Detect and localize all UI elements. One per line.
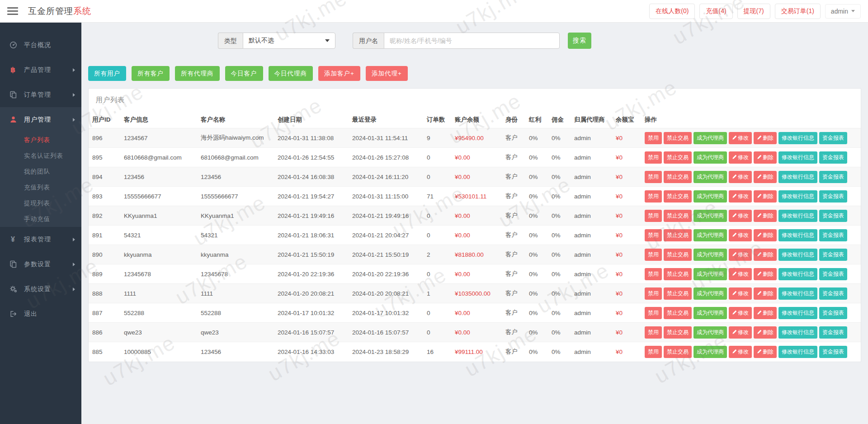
edit-button[interactable]: 修改	[729, 268, 752, 280]
delete-button[interactable]: 删除	[754, 268, 777, 280]
forbid-trade-button[interactable]: 禁止交易	[664, 249, 692, 261]
sidebar-subitem-3-3[interactable]: 充值列表	[0, 179, 81, 195]
edit-bank-button[interactable]: 修改银行信息	[778, 210, 817, 222]
sidebar-subitem-3-1[interactable]: 实名认证列表	[0, 148, 81, 164]
edit-bank-button[interactable]: 修改银行信息	[778, 190, 817, 203]
disable-button[interactable]: 禁用	[645, 171, 662, 183]
edit-bank-button[interactable]: 修改银行信息	[778, 346, 817, 358]
forbid-trade-button[interactable]: 禁止交易	[664, 346, 692, 358]
delete-button[interactable]: 删除	[754, 151, 777, 164]
make-agent-button[interactable]: 成为代理商	[693, 190, 727, 203]
edit-button[interactable]: 修改	[729, 190, 752, 203]
search-button[interactable]: 搜索	[568, 33, 591, 49]
delete-button[interactable]: 删除	[754, 132, 777, 144]
make-agent-button[interactable]: 成为代理商	[693, 249, 727, 261]
delete-button[interactable]: 删除	[754, 229, 777, 241]
sidebar-item-6[interactable]: 系统设置	[0, 277, 81, 302]
forbid-trade-button[interactable]: 禁止交易	[664, 210, 692, 222]
fund-report-button[interactable]: 资金报表	[819, 307, 847, 319]
disable-button[interactable]: 禁用	[645, 210, 662, 222]
fund-report-button[interactable]: 资金报表	[819, 249, 847, 261]
disable-button[interactable]: 禁用	[645, 326, 662, 339]
edit-button[interactable]: 修改	[729, 132, 752, 144]
edit-button[interactable]: 修改	[729, 229, 752, 241]
sidebar-item-7[interactable]: 退出	[0, 302, 81, 326]
recharge-badge[interactable]: 充值(4)	[699, 4, 732, 19]
sidebar-subitem-3-0[interactable]: 客户列表	[0, 132, 81, 148]
delete-button[interactable]: 删除	[754, 210, 777, 222]
delete-button[interactable]: 删除	[754, 287, 777, 300]
make-agent-button[interactable]: 成为代理商	[693, 151, 727, 164]
sidebar-item-5[interactable]: 参数设置	[0, 252, 81, 277]
make-agent-button[interactable]: 成为代理商	[693, 307, 727, 319]
withdraw-badge[interactable]: 提现(7)	[737, 4, 770, 19]
edit-button[interactable]: 修改	[729, 346, 752, 358]
today-agents-button[interactable]: 今日代理商	[269, 66, 313, 81]
sidebar-subitem-3-4[interactable]: 提现列表	[0, 195, 81, 211]
disable-button[interactable]: 禁用	[645, 268, 662, 280]
forbid-trade-button[interactable]: 禁止交易	[664, 190, 692, 203]
sidebar-item-0[interactable]: 平台概况	[0, 33, 81, 57]
type-select[interactable]: 默认不选	[243, 33, 335, 49]
username-input[interactable]	[384, 33, 560, 49]
forbid-trade-button[interactable]: 禁止交易	[664, 151, 692, 164]
sidebar-item-1[interactable]: ฿产品管理	[0, 57, 81, 82]
fund-report-button[interactable]: 资金报表	[819, 190, 847, 203]
disable-button[interactable]: 禁用	[645, 249, 662, 261]
forbid-trade-button[interactable]: 禁止交易	[664, 326, 692, 339]
edit-button[interactable]: 修改	[729, 326, 752, 339]
forbid-trade-button[interactable]: 禁止交易	[664, 171, 692, 183]
add-agent-button[interactable]: 添加代理+	[366, 66, 408, 81]
sidebar-item-2[interactable]: 订单管理	[0, 82, 81, 107]
forbid-trade-button[interactable]: 禁止交易	[664, 307, 692, 319]
all-agents-button[interactable]: 所有代理商	[175, 66, 220, 81]
edit-bank-button[interactable]: 修改银行信息	[778, 229, 817, 241]
edit-button[interactable]: 修改	[729, 151, 752, 164]
fund-report-button[interactable]: 资金报表	[819, 268, 847, 280]
fund-report-button[interactable]: 资金报表	[819, 151, 847, 164]
menu-toggle-icon[interactable]	[7, 5, 18, 17]
fund-report-button[interactable]: 资金报表	[819, 210, 847, 222]
add-customer-button[interactable]: 添加客户+	[318, 66, 360, 81]
edit-bank-button[interactable]: 修改银行信息	[778, 326, 817, 339]
edit-bank-button[interactable]: 修改银行信息	[778, 307, 817, 319]
edit-bank-button[interactable]: 修改银行信息	[778, 151, 817, 164]
sidebar-item-4[interactable]: ¥报表管理	[0, 227, 81, 252]
fund-report-button[interactable]: 资金报表	[819, 326, 847, 339]
make-agent-button[interactable]: 成为代理商	[693, 229, 727, 241]
forbid-trade-button[interactable]: 禁止交易	[664, 268, 692, 280]
delete-button[interactable]: 删除	[754, 346, 777, 358]
edit-button[interactable]: 修改	[729, 171, 752, 183]
delete-button[interactable]: 删除	[754, 326, 777, 339]
fund-report-button[interactable]: 资金报表	[819, 287, 847, 300]
delete-button[interactable]: 删除	[754, 190, 777, 203]
edit-bank-button[interactable]: 修改银行信息	[778, 171, 817, 183]
edit-button[interactable]: 修改	[729, 249, 752, 261]
make-agent-button[interactable]: 成为代理商	[693, 171, 727, 183]
disable-button[interactable]: 禁用	[645, 190, 662, 203]
forbid-trade-button[interactable]: 禁止交易	[664, 229, 692, 241]
disable-button[interactable]: 禁用	[645, 132, 662, 144]
edit-bank-button[interactable]: 修改银行信息	[778, 132, 817, 144]
forbid-trade-button[interactable]: 禁止交易	[664, 132, 692, 144]
forbid-trade-button[interactable]: 禁止交易	[664, 287, 692, 300]
today-customers-button[interactable]: 今日客户	[225, 66, 263, 81]
fund-report-button[interactable]: 资金报表	[819, 346, 847, 358]
fund-report-button[interactable]: 资金报表	[819, 229, 847, 241]
disable-button[interactable]: 禁用	[645, 287, 662, 300]
make-agent-button[interactable]: 成为代理商	[693, 132, 727, 144]
disable-button[interactable]: 禁用	[645, 307, 662, 319]
sidebar-item-3[interactable]: 用户管理	[0, 107, 81, 132]
disable-button[interactable]: 禁用	[645, 346, 662, 358]
disable-button[interactable]: 禁用	[645, 151, 662, 164]
delete-button[interactable]: 删除	[754, 249, 777, 261]
fund-report-button[interactable]: 资金报表	[819, 171, 847, 183]
make-agent-button[interactable]: 成为代理商	[693, 326, 727, 339]
edit-button[interactable]: 修改	[729, 210, 752, 222]
sidebar-subitem-3-2[interactable]: 我的团队	[0, 164, 81, 179]
delete-button[interactable]: 删除	[754, 171, 777, 183]
delete-button[interactable]: 删除	[754, 307, 777, 319]
disable-button[interactable]: 禁用	[645, 229, 662, 241]
all-users-button[interactable]: 所有用户	[88, 66, 126, 81]
trade-orders-badge[interactable]: 交易订单(1)	[775, 4, 821, 19]
